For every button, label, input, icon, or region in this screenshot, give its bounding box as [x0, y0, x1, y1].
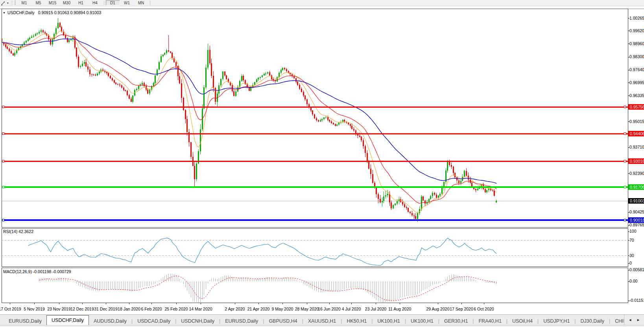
tab-ger30-h1[interactable]: GER30,H1 — [439, 317, 472, 325]
svg-text:0.91706: 0.91706 — [630, 185, 644, 189]
tab-eurusd-daily[interactable]: EURUSD,Daily — [4, 317, 46, 325]
toolbar-separator — [150, 1, 150, 5]
tab-usdcnh-daily[interactable]: USDCNH,Daily — [176, 317, 219, 325]
svg-text:-0.011514: -0.011514 — [629, 298, 644, 303]
svg-text:0.90018: 0.90018 — [630, 218, 644, 222]
macd-signal-line — [39, 276, 496, 301]
timeframe-toolbar: ▾ M1M5M15M30H1H4D1W1MN — [0, 0, 644, 6]
toolbar-separator — [104, 1, 104, 5]
level-line-handle[interactable] — [2, 106, 4, 108]
ma-mid-line — [2, 35, 496, 203]
svg-text:100: 100 — [629, 229, 637, 233]
tab-china300-h1[interactable]: CHINA300,H1 — [610, 317, 624, 325]
timeframe-button-w1[interactable]: W1 — [120, 0, 134, 6]
svg-text:18 Jan 2020: 18 Jan 2020 — [118, 307, 140, 311]
tab-usdchf-daily[interactable]: USDCHF,Daily — [46, 315, 89, 325]
svg-text:23 Jul 2020: 23 Jul 2020 — [365, 307, 386, 311]
level-line-handle[interactable] — [2, 186, 4, 188]
pane-border — [2, 229, 628, 267]
timeframe-button-m30[interactable]: M30 — [60, 0, 74, 6]
svg-text:31 Dec 2019: 31 Dec 2019 — [94, 307, 118, 311]
svg-text:0.96995: 0.96995 — [629, 80, 644, 85]
line-tool-dropdown-caret-icon[interactable]: ▾ — [7, 0, 10, 6]
level-line-handle[interactable] — [2, 133, 4, 135]
symbol-tab-bar: EURUSD,DailyUSDCHF,DailyAUDUSD,Daily|USD… — [0, 314, 644, 325]
tab-scroll-controls: ◄ ► — [624, 315, 644, 325]
svg-text:0.00: 0.00 — [629, 279, 638, 283]
tab-fra40-h1[interactable]: FRA40,H1 — [474, 317, 506, 325]
tab-usoil-h4[interactable]: USOil,H4 — [507, 317, 537, 325]
tab-xauusd-h1[interactable]: XAUUSD,H1 — [303, 317, 341, 325]
price-axis: 1.002650.996200.989600.983000.976400.969… — [628, 16, 644, 228]
tab-audusd-daily[interactable]: AUDUSD,Daily — [89, 317, 131, 325]
timeframe-button-d1[interactable]: D1 — [106, 0, 120, 6]
svg-text:0.97640: 0.97640 — [629, 67, 644, 72]
level-line-handle[interactable] — [624, 186, 626, 188]
tab-uk100-h1[interactable]: UK100,H1 — [373, 317, 405, 325]
macd-pane-layer — [39, 274, 497, 302]
timeframe-button-m15[interactable]: M15 — [46, 0, 60, 6]
svg-text:23 Nov 2019: 23 Nov 2019 — [47, 307, 71, 311]
svg-text:30: 30 — [629, 253, 634, 258]
svg-text:14 Mar 2020: 14 Mar 2020 — [189, 307, 212, 311]
tab-usdjpy-h1[interactable]: USDJPY,H1 — [539, 317, 574, 325]
level-line-handle[interactable] — [624, 133, 626, 135]
tab-uk100-h1[interactable]: UK100,H1 — [406, 317, 438, 325]
status-strip — [0, 325, 644, 327]
svg-text:0.95756: 0.95756 — [630, 105, 644, 109]
svg-text:21 Apr 2020: 21 Apr 2020 — [247, 307, 270, 311]
chart-canvas[interactable]: 1.002650.996200.989600.983000.976400.969… — [0, 6, 644, 314]
svg-text:25 Feb 2020: 25 Feb 2020 — [165, 307, 188, 311]
tab-dj30-daily[interactable]: DJ30,Daily — [576, 317, 609, 325]
tab-usdcad-daily[interactable]: USDCAD,Daily — [133, 317, 175, 325]
toolbar-grip-handle[interactable] — [15, 1, 16, 5]
level-line-handle[interactable] — [624, 160, 626, 162]
svg-text:0.95015: 0.95015 — [629, 119, 644, 124]
timeframe-button-m5[interactable]: M5 — [31, 0, 46, 6]
svg-text:12 Dec 2019: 12 Dec 2019 — [70, 307, 94, 311]
svg-text:0.93016: 0.93016 — [630, 159, 644, 164]
tabs-scroll-left-icon[interactable]: ◄ — [626, 318, 634, 322]
level-line-handle[interactable] — [2, 219, 4, 221]
svg-text:0.98960: 0.98960 — [629, 41, 644, 46]
rsi-pane-layer — [2, 238, 628, 265]
level-line-handle[interactable] — [2, 160, 4, 162]
rsi-line — [28, 238, 497, 265]
pane-border — [2, 268, 628, 303]
toolbar-separator — [12, 1, 12, 5]
timeframe-button-m1[interactable]: M1 — [17, 0, 31, 6]
ma-fast-line — [2, 31, 496, 213]
level-line-handle[interactable] — [624, 219, 626, 221]
tabs-scroll-right-icon[interactable]: ► — [634, 318, 642, 322]
candles-layer — [1, 18, 497, 222]
level-line-handle[interactable] — [624, 106, 626, 108]
rsi-axis: 10070300 — [628, 229, 637, 265]
tab-eurusd-daily[interactable]: EURUSD,Daily — [220, 317, 263, 325]
tabs-container: EURUSD,DailyUSDCHF,DailyAUDUSD,Daily|USD… — [0, 315, 624, 325]
svg-text:0.91003: 0.91003 — [630, 198, 644, 203]
svg-text:0: 0 — [629, 261, 632, 265]
svg-text:0.99620: 0.99620 — [629, 28, 644, 33]
svg-text:1.00265: 1.00265 — [629, 16, 644, 20]
svg-text:0.98300: 0.98300 — [629, 54, 644, 59]
tab-gbpusd-h4[interactable]: GBPUSD,H4 — [264, 317, 302, 325]
svg-text:17 Oct 2019: 17 Oct 2019 — [0, 307, 21, 311]
timeframe-button-h4[interactable]: H4 — [88, 0, 102, 6]
svg-text:28 May 2020: 28 May 2020 — [295, 307, 319, 311]
trading-platform-window: ▾ M1M5M15M30H1H4D1W1MN 1.002650.996200.9… — [0, 0, 644, 327]
svg-text:6 Oct 2020: 6 Oct 2020 — [474, 307, 494, 311]
svg-text:16 Jun 2020: 16 Jun 2020 — [318, 307, 341, 311]
line-tool-icon[interactable] — [0, 0, 7, 6]
svg-text:70: 70 — [629, 238, 634, 242]
tab-hk50-h1[interactable]: HK50,H1 — [342, 317, 371, 325]
svg-text:0.90425: 0.90425 — [629, 209, 644, 214]
svg-text:6 Feb 2020: 6 Feb 2020 — [141, 307, 162, 311]
svg-text:5 Nov 2019: 5 Nov 2019 — [24, 307, 45, 311]
svg-text:4 Jul 2020: 4 Jul 2020 — [342, 307, 361, 311]
timeframe-button-mn[interactable]: MN — [134, 0, 148, 6]
macd-axis: 0.0058180.00-0.011514 — [628, 267, 644, 303]
svg-text:9 May 2020: 9 May 2020 — [272, 307, 293, 311]
svg-text:0.89765: 0.89765 — [629, 222, 644, 227]
timeframe-button-h1[interactable]: H1 — [74, 0, 88, 6]
svg-text:0.94406: 0.94406 — [630, 131, 644, 136]
